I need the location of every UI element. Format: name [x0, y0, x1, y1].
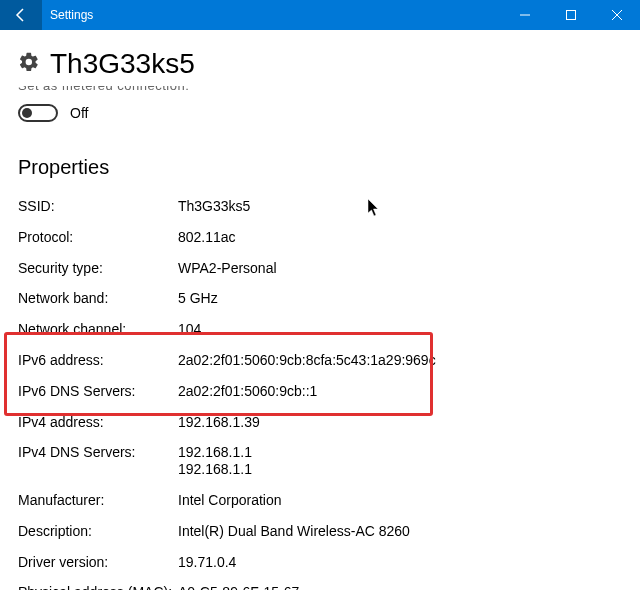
- property-label: SSID:: [18, 198, 178, 215]
- property-row-manufacturer: Manufacturer: Intel Corporation: [18, 485, 622, 516]
- property-label: Security type:: [18, 260, 178, 277]
- property-value: 192.168.1.39: [178, 414, 260, 431]
- property-value: Intel(R) Dual Band Wireless-AC 8260: [178, 523, 410, 540]
- property-value: 2a02:2f01:5060:9cb:8cfa:5c43:1a29:969c: [178, 352, 436, 369]
- property-value: 19.71.0.4: [178, 554, 236, 571]
- property-label: Network channel:: [18, 321, 178, 338]
- property-row-ipv4-address: IPv4 address: 192.168.1.39: [18, 407, 622, 438]
- close-button[interactable]: [594, 0, 640, 30]
- page-header: Th3G33ks5: [0, 30, 640, 84]
- minimize-button[interactable]: [502, 0, 548, 30]
- properties-heading: Properties: [0, 156, 640, 179]
- property-value: Intel Corporation: [178, 492, 282, 509]
- dns-line-2: 192.168.1.1: [178, 461, 252, 477]
- property-label: IPv6 DNS Servers:: [18, 383, 178, 400]
- property-value: 2a02:2f01:5060:9cb::1: [178, 383, 317, 400]
- property-label: Description:: [18, 523, 178, 540]
- property-value: 192.168.1.1 192.168.1.1: [178, 444, 252, 478]
- property-value: 104: [178, 321, 201, 338]
- back-button[interactable]: [0, 0, 42, 30]
- svg-rect-0: [567, 11, 576, 20]
- property-row-description: Description: Intel(R) Dual Band Wireless…: [18, 516, 622, 547]
- gear-icon: [18, 51, 40, 77]
- property-label: IPv4 DNS Servers:: [18, 444, 178, 478]
- property-row-driver: Driver version: 19.71.0.4: [18, 547, 622, 578]
- toggle-state-label: Off: [70, 105, 88, 121]
- content-area: Th3G33ks5 Set as metered connection: Off…: [0, 30, 640, 597]
- property-row-protocol: Protocol: 802.11ac: [18, 222, 622, 253]
- property-row-band: Network band: 5 GHz: [18, 283, 622, 314]
- property-value: Th3G33ks5: [178, 198, 250, 215]
- toggle-knob: [22, 108, 32, 118]
- window-titlebar: Settings: [0, 0, 640, 30]
- property-row-ipv6-dns: IPv6 DNS Servers: 2a02:2f01:5060:9cb::1: [18, 376, 622, 407]
- metered-connection-label-cutoff: Set as metered connection:: [0, 86, 640, 96]
- maximize-button[interactable]: [548, 0, 594, 30]
- property-label: Driver version:: [18, 554, 178, 571]
- property-value: 802.11ac: [178, 229, 236, 246]
- property-row-channel: Network channel: 104: [18, 314, 622, 345]
- property-label: Manufacturer:: [18, 492, 178, 509]
- property-row-security: Security type: WPA2-Personal: [18, 253, 622, 284]
- property-value: 5 GHz: [178, 290, 218, 307]
- property-label: Protocol:: [18, 229, 178, 246]
- property-label: IPv4 address:: [18, 414, 178, 431]
- metered-connection-toggle-row: Off: [0, 96, 640, 122]
- property-value: WPA2-Personal: [178, 260, 277, 277]
- dns-line-1: 192.168.1.1: [178, 444, 252, 460]
- property-row-ipv4-dns: IPv4 DNS Servers: 192.168.1.1 192.168.1.…: [18, 437, 622, 485]
- metered-connection-toggle[interactable]: [18, 104, 58, 122]
- property-row-ssid: SSID: Th3G33ks5: [18, 191, 622, 222]
- property-label: IPv6 address:: [18, 352, 178, 369]
- bottom-crop-mask: [0, 590, 640, 597]
- window-title: Settings: [50, 8, 93, 22]
- property-label: Network band:: [18, 290, 178, 307]
- property-row-ipv6-address: IPv6 address: 2a02:2f01:5060:9cb:8cfa:5c…: [18, 345, 622, 376]
- page-title: Th3G33ks5: [50, 48, 195, 80]
- properties-table: SSID: Th3G33ks5 Protocol: 802.11ac Secur…: [0, 191, 640, 597]
- window-controls: [502, 0, 640, 30]
